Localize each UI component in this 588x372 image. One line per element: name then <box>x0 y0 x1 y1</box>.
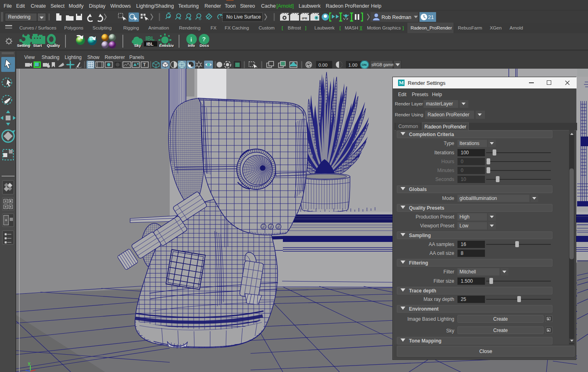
svg-text:i: i <box>190 36 192 43</box>
svg-text:sRGB gamma: sRGB gamma <box>371 63 397 67</box>
svg-text:0.00: 0.00 <box>318 63 327 67</box>
svg-text:IPR: IPR <box>302 17 308 20</box>
svg-text:21: 21 <box>428 14 434 20</box>
svg-text:Rob Redman: Rob Redman <box>381 15 411 20</box>
svg-text:IBL: IBL <box>145 35 155 42</box>
svg-text:y: y <box>28 361 31 366</box>
svg-text:T: T <box>143 62 146 67</box>
svg-text:ON: ON <box>362 63 367 67</box>
svg-text:?: ? <box>202 36 206 42</box>
svg-text:IBL: IBL <box>146 42 154 46</box>
svg-text:1.00: 1.00 <box>348 63 357 67</box>
